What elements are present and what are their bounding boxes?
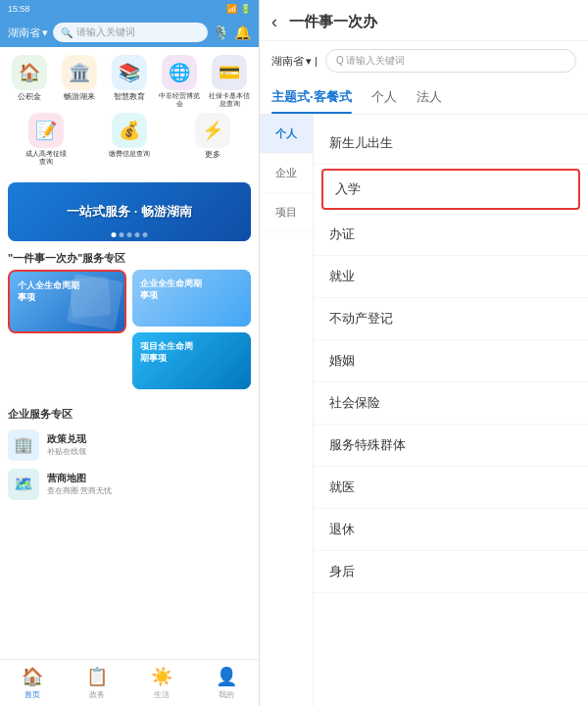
sub-item-special[interactable]: 服务特殊群体 <box>314 425 588 467</box>
top-bar: 湖南省 ▾ 🔍 请输入关键词 🎙️ 🔔 <box>0 18 259 47</box>
province-button[interactable]: 湖南省 ▾ <box>8 25 48 40</box>
right-service-col: 企业全生命周期事项 项目全生命周期事项 <box>132 270 251 389</box>
status-icons: 📶 🔋 <box>226 4 251 14</box>
nav-icons: 🏠 公积金 🏛️ 畅游湖来 📚 智慧教育 🌐 中非经贸博览会 💳 社保卡基本信息… <box>0 47 259 178</box>
left-panel: 15:58 📶 🔋 湖南省 ▾ 🔍 请输入关键词 🎙️ 🔔 🏠 公积金 🏛️ 畅… <box>0 0 260 706</box>
enterprise-services: 🏢 政策兑现 补贴在线领 🗺️ 营商地图 查在商圈 营商无忧 <box>0 426 259 504</box>
service-grid: 个人全生命周期事项 企业全生命周期事项 项目全生命周期事项 <box>0 270 259 395</box>
enterprise-section-title: 企业服务专区 <box>0 401 259 426</box>
banner-text: 一站式服务 · 畅游湖南 <box>67 203 192 221</box>
right-search-bar[interactable]: Q 请输入关键词 <box>325 49 576 73</box>
category-project[interactable]: 项目 <box>260 193 313 232</box>
right-search-row: 湖南省 ▾ | Q 请输入关键词 <box>260 41 588 80</box>
search-icon: 🔍 <box>61 27 73 38</box>
sub-item-social[interactable]: 社会保险 <box>314 382 588 425</box>
category-personal[interactable]: 个人 <box>260 115 313 154</box>
tab-row: 主题式·客餐式 个人 法人 <box>260 80 588 115</box>
content-area: 个人 企业 项目 新生儿出生 入学 办证 就业 不动产登记 <box>260 115 588 706</box>
search-bar-left[interactable]: 🔍 请输入关键词 <box>53 23 208 42</box>
mic-icon[interactable]: 🎙️ <box>213 25 229 40</box>
status-bar: 15:58 📶 🔋 <box>0 0 259 18</box>
banner-dots <box>112 232 148 237</box>
nav-item-shkbxx[interactable]: 💳 社保卡基本信息查询 <box>206 55 253 109</box>
bottom-nav: 🏠 首页 📋 政务 ☀️ 生活 👤 我的 <box>0 659 259 706</box>
sub-items-list: 新生儿出生 入学 办证 就业 不动产登记 婚姻 社会保险 服务特殊群体 <box>314 115 588 706</box>
back-button[interactable]: ‹ <box>271 12 277 32</box>
bottom-nav-profile[interactable]: 👤 我的 <box>216 666 237 700</box>
tab-personal[interactable]: 个人 <box>371 80 397 114</box>
tab-legal[interactable]: 法人 <box>416 80 442 114</box>
service-card-project[interactable]: 项目全生命周期事项 <box>132 332 251 389</box>
sub-item-death[interactable]: 身后 <box>314 551 588 593</box>
sub-item-permit[interactable]: 办证 <box>314 214 588 256</box>
sub-item-marriage[interactable]: 婚姻 <box>314 340 588 382</box>
service-card-enterprise-text: 企业全生命周期事项 <box>140 277 202 302</box>
status-time: 15:58 <box>8 4 30 14</box>
service-card-personal-text: 个人全生命周期事项 <box>18 279 79 304</box>
office-icon: 📋 <box>86 666 108 687</box>
category-enterprise[interactable]: 企业 <box>260 154 313 193</box>
service-card-project-text: 项目全生命周期事项 <box>140 340 193 365</box>
nav-item-zhjy[interactable]: 📚 智慧教育 <box>106 55 153 109</box>
nav-item-crgkzx[interactable]: 📝 成人高考征绩查询 <box>23 113 70 167</box>
life-icon: ☀️ <box>151 666 172 687</box>
province-selector[interactable]: 湖南省 ▾ | <box>271 54 318 69</box>
ent-service-policy[interactable]: 🏢 政策兑现 补贴在线领 <box>8 426 251 465</box>
nav-item-fjxxcx[interactable]: 💰 缴费信息查询 <box>106 113 153 167</box>
sub-item-property[interactable]: 不动产登记 <box>314 298 588 340</box>
bell-icon[interactable]: 🔔 <box>234 25 251 40</box>
sub-item-employment[interactable]: 就业 <box>314 256 588 298</box>
service-card-enterprise[interactable]: 企业全生命周期事项 <box>132 270 251 327</box>
bottom-nav-life[interactable]: ☀️ 生活 <box>151 666 172 700</box>
nav-item-gjj[interactable]: 🏠 公积金 <box>6 55 53 109</box>
service-section-title: "一件事一次办"服务专区 <box>0 245 259 270</box>
right-panel: ‹ 一件事一次办 湖南省 ▾ | Q 请输入关键词 主题式·客餐式 个人 法人 … <box>260 0 588 706</box>
tab-theme[interactable]: 主题式·客餐式 <box>271 80 352 114</box>
bottom-nav-home[interactable]: 🏠 首页 <box>22 666 43 700</box>
nav-item-zjjjbh[interactable]: 🌐 中非经贸博览会 <box>156 55 203 109</box>
profile-icon: 👤 <box>216 666 237 687</box>
service-card-personal[interactable]: 个人全生命周期事项 <box>8 270 126 333</box>
right-title: 一件事一次办 <box>289 13 377 31</box>
bottom-nav-office[interactable]: 📋 政务 <box>86 666 108 700</box>
nav-item-more[interactable]: ⚡ 更多 <box>189 113 236 167</box>
banner[interactable]: 一站式服务 · 畅游湖南 <box>8 182 251 241</box>
nav-item-cyhsy[interactable]: 🏛️ 畅游湖来 <box>56 55 103 109</box>
ent-service-map[interactable]: 🗺️ 营商地图 查在商圈 营商无忧 <box>8 465 251 504</box>
left-categories: 个人 企业 项目 <box>260 115 314 706</box>
sub-item-newborn[interactable]: 新生儿出生 <box>314 123 588 165</box>
home-icon: 🏠 <box>22 666 43 687</box>
right-header: ‹ 一件事一次办 <box>260 0 588 41</box>
sub-item-school[interactable]: 入学 <box>321 169 580 210</box>
sub-item-retire-prep[interactable]: 就医 <box>314 467 588 509</box>
sub-item-retire[interactable]: 退休 <box>314 509 588 551</box>
